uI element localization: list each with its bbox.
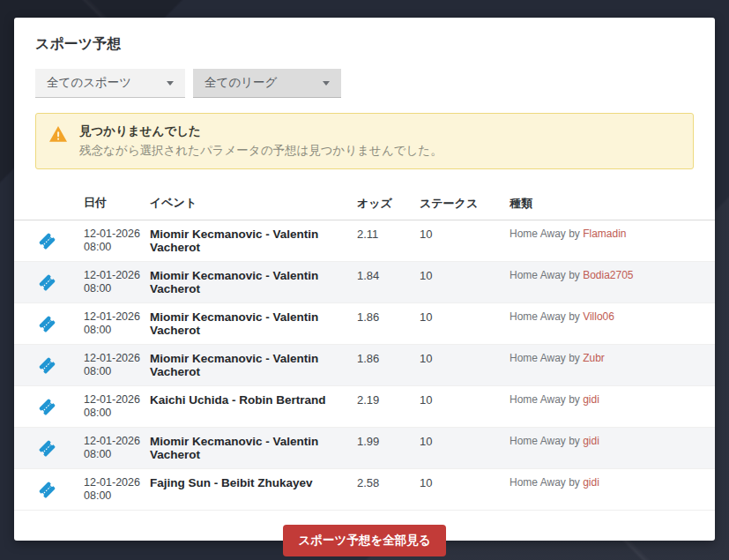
header-type: 種類 — [510, 196, 715, 212]
type-cell: Home Away by gidi — [510, 435, 715, 447]
event-cell: Miomir Kecmanovic - Valentin Vacherot — [150, 228, 357, 254]
league-filter-value: 全てのリーグ — [205, 75, 277, 91]
date-cell: 12-01-202608:00 — [84, 269, 150, 295]
odds-cell: 2.19 — [357, 393, 420, 407]
date-text: 12-01-2026 — [84, 435, 150, 448]
table-row: 12-01-202608:00 Kaichi Uchida - Robin Be… — [14, 386, 715, 428]
icon-cell — [14, 233, 84, 250]
event-cell: Miomir Kecmanovic - Valentin Vacherot — [150, 352, 357, 378]
warning-triangle-icon — [48, 125, 68, 143]
ticket-icon — [35, 437, 59, 460]
time-text: 08:00 — [84, 407, 150, 420]
card-footer: スポーツ予想を全部見る — [14, 525, 715, 556]
ticket-icon — [35, 271, 59, 295]
odds-cell: 2.58 — [357, 476, 420, 489]
ticket-icon — [35, 478, 59, 502]
stakes-cell: 10 — [420, 352, 510, 365]
predictions-card: スポーツ予想 全てのスポーツ 全てのリーグ 見つかりませんでした 残念ながら選択… — [14, 18, 715, 541]
icon-cell — [14, 274, 84, 291]
date-text: 12-01-2026 — [84, 352, 150, 365]
table-row: 12-01-202608:00 Miomir Kecmanovic - Vale… — [14, 220, 715, 262]
type-prefix: Home Away by — [510, 310, 583, 323]
icon-cell — [14, 357, 84, 374]
username-link[interactable]: Flamadin — [583, 228, 626, 240]
filters-bar: 全てのスポーツ 全てのリーグ — [35, 69, 694, 98]
date-cell: 12-01-202608:00 — [84, 310, 150, 337]
username-link[interactable]: Bodia2705 — [583, 269, 633, 281]
type-cell: Home Away by Zubr — [510, 352, 715, 364]
type-prefix: Home Away by — [510, 393, 583, 406]
header-stakes: ステークス — [420, 196, 510, 212]
username-link[interactable]: gidi — [583, 393, 599, 406]
stakes-cell: 10 — [420, 476, 510, 489]
league-filter-select[interactable]: 全てのリーグ — [193, 69, 341, 98]
ticket-icon — [35, 354, 59, 377]
event-cell: Kaichi Uchida - Robin Bertrand — [150, 393, 357, 407]
stakes-cell: 10 — [420, 310, 510, 324]
type-prefix: Home Away by — [510, 269, 583, 281]
date-text: 12-01-2026 — [84, 476, 150, 489]
header-odds: オッズ — [357, 196, 420, 212]
sport-filter-value: 全てのスポーツ — [47, 75, 131, 91]
event-cell: Miomir Kecmanovic - Valentin Vacherot — [150, 435, 357, 461]
stakes-cell: 10 — [420, 269, 510, 282]
table-row: 12-01-202608:00 Miomir Kecmanovic - Vale… — [14, 303, 715, 345]
date-cell: 12-01-202608:00 — [84, 228, 150, 254]
type-cell: Home Away by Bodia2705 — [510, 269, 715, 281]
icon-cell — [14, 399, 84, 415]
predictions-table: 日付 イベント オッズ ステークス 種類 12-01-202608:00 Mio… — [14, 189, 715, 511]
type-prefix: Home Away by — [510, 476, 583, 489]
icon-cell — [14, 316, 84, 332]
header-date: 日付 — [84, 196, 150, 212]
event-cell: Miomir Kecmanovic - Valentin Vacherot — [150, 310, 357, 337]
event-cell: Fajing Sun - Beibit Zhukayev — [150, 476, 357, 489]
date-text: 12-01-2026 — [84, 269, 150, 282]
time-text: 08:00 — [84, 448, 150, 461]
chevron-down-icon — [167, 81, 174, 86]
odds-cell: 2.11 — [357, 228, 420, 241]
username-link[interactable]: Villo06 — [583, 310, 614, 323]
username-link[interactable]: Zubr — [583, 352, 605, 364]
date-text: 12-01-2026 — [84, 228, 150, 241]
date-cell: 12-01-202608:00 — [84, 393, 150, 420]
table-row: 12-01-202608:00 Miomir Kecmanovic - Vale… — [14, 428, 715, 469]
view-all-predictions-button[interactable]: スポーツ予想を全部見る — [283, 525, 445, 556]
date-cell: 12-01-202608:00 — [84, 476, 150, 503]
table-row: 12-01-202608:00 Miomir Kecmanovic - Vale… — [14, 345, 715, 386]
type-prefix: Home Away by — [510, 228, 583, 240]
odds-cell: 1.86 — [357, 310, 420, 324]
odds-cell: 1.99 — [357, 435, 420, 448]
date-text: 12-01-2026 — [84, 310, 150, 324]
type-cell: Home Away by Flamadin — [510, 228, 715, 240]
odds-cell: 1.84 — [357, 269, 420, 282]
header-event: イベント — [150, 196, 357, 212]
username-link[interactable]: gidi — [583, 435, 599, 447]
table-row: 12-01-202608:00 Miomir Kecmanovic - Vale… — [14, 262, 715, 303]
icon-cell — [14, 482, 84, 498]
stakes-cell: 10 — [420, 393, 510, 407]
ticket-icon — [35, 395, 59, 419]
page-title: スポーツ予想 — [35, 35, 694, 54]
ticket-icon — [35, 312, 59, 336]
alert-title: 見つかりませんでした — [79, 123, 443, 139]
alert-text: 見つかりませんでした 残念ながら選択されたパラメータの予想は見つかりませんでした… — [79, 123, 443, 159]
table-row: 12-01-202608:00 Fajing Sun - Beibit Zhuk… — [14, 469, 715, 511]
time-text: 08:00 — [84, 282, 150, 295]
type-cell: Home Away by gidi — [510, 393, 715, 406]
type-prefix: Home Away by — [510, 435, 583, 447]
event-cell: Miomir Kecmanovic - Valentin Vacherot — [150, 269, 357, 295]
date-cell: 12-01-202608:00 — [84, 352, 150, 378]
ticket-icon — [35, 229, 59, 253]
time-text: 08:00 — [84, 324, 150, 337]
chevron-down-icon — [323, 81, 330, 86]
date-text: 12-01-2026 — [84, 393, 150, 407]
odds-cell: 1.86 — [357, 352, 420, 365]
alert-message: 残念ながら選択されたパラメータの予想は見つかりませんでした。 — [79, 143, 443, 159]
stakes-cell: 10 — [420, 435, 510, 448]
type-prefix: Home Away by — [510, 352, 583, 364]
stakes-cell: 10 — [420, 228, 510, 241]
type-cell: Home Away by gidi — [510, 476, 715, 489]
time-text: 08:00 — [84, 241, 150, 254]
username-link[interactable]: gidi — [583, 476, 599, 489]
sport-filter-select[interactable]: 全てのスポーツ — [35, 69, 185, 98]
